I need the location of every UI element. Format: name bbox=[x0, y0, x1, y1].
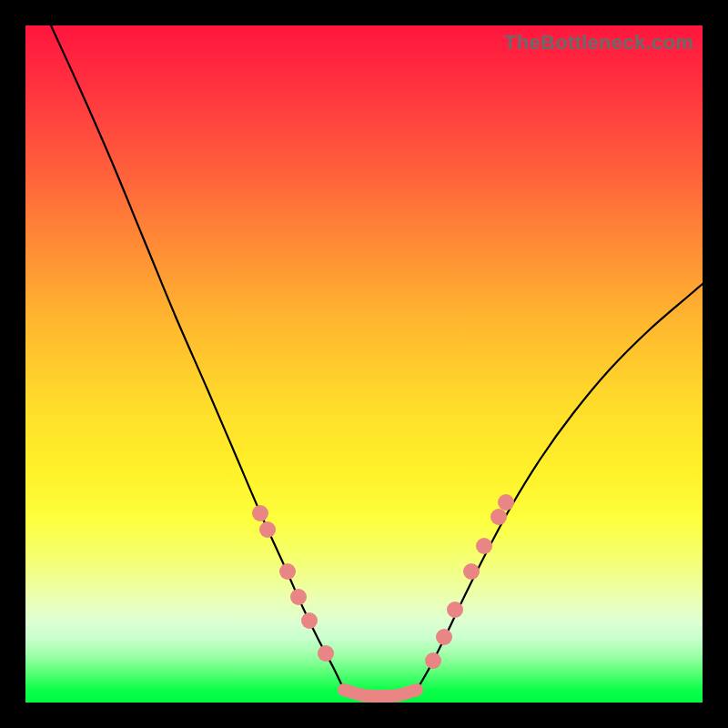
right-curve bbox=[417, 284, 703, 690]
trough-highlight bbox=[344, 690, 417, 696]
marker-dot bbox=[490, 509, 507, 525]
marker-dot bbox=[318, 645, 334, 662]
marker-dot bbox=[476, 538, 492, 554]
marker-dot bbox=[436, 629, 452, 645]
marker-dot bbox=[290, 589, 307, 605]
plot-area: TheBottleneck.com bbox=[25, 25, 703, 703]
marker-dot bbox=[259, 521, 276, 538]
marker-dot bbox=[463, 563, 480, 580]
chart-svg bbox=[25, 25, 703, 703]
marker-dot bbox=[252, 505, 268, 521]
marker-dot bbox=[279, 563, 296, 580]
marker-dot bbox=[447, 602, 463, 618]
markers-right bbox=[425, 494, 514, 669]
marker-dot bbox=[498, 494, 514, 511]
marker-dot bbox=[425, 652, 441, 669]
marker-dot bbox=[301, 612, 318, 629]
outer-frame: TheBottleneck.com bbox=[0, 0, 728, 728]
